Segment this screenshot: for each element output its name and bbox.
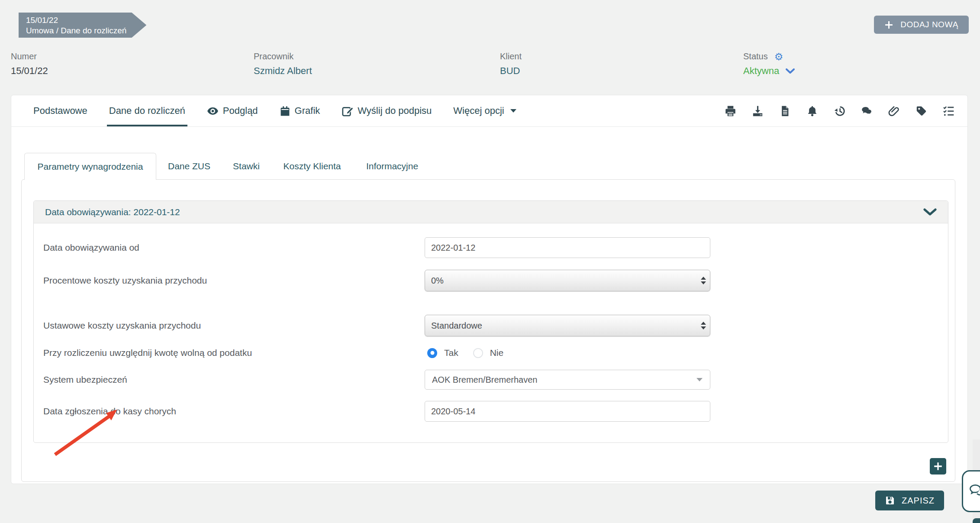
status-label-text: Status [743,52,768,61]
radio-nie-label: Nie [490,348,504,358]
download-icon[interactable] [752,105,764,117]
eye-icon [207,105,219,117]
save-icon [885,495,895,506]
calendar-icon [280,106,290,116]
pracownik-label: Pracownik [254,52,312,61]
plus-icon [884,20,893,29]
history-icon[interactable] [834,105,845,117]
tab-wyslij-do-podpisu-label: Wyślij do podpisu [358,105,432,116]
label-data-obowiazywania-od: Data obowiązywania od [43,242,139,253]
select-procentowe-koszty-value: 0% [431,276,444,286]
tab-dane-do-rozliczen-label: Dane do rozliczeń [109,105,185,116]
row-ustawowe-koszty: Ustawowe koszty uzyskania przychodu Stan… [34,315,948,336]
row-procentowe-koszty: Procentowe koszty uzyskania przychodu 0% [34,270,948,291]
subtab-informacyjne-label: Informacyjne [366,161,418,171]
document-icon[interactable] [779,105,791,117]
dropdown-system-ubezpieczen[interactable]: AOK Bremen/Bremerhaven [425,370,710,390]
field-klient: Klient BUD [500,52,522,77]
tab-dane-do-rozliczen[interactable]: Dane do rozliczeń [107,95,187,126]
save-button-label: ZAPISZ [902,496,935,506]
numer-value: 15/01/22 [11,65,48,77]
tag-icon[interactable] [916,105,927,117]
plus-icon [933,462,943,471]
klient-label: Klient [500,52,522,61]
klient-value[interactable]: BUD [500,65,522,77]
pen-square-icon [342,105,353,117]
gear-icon[interactable]: ⚙ [774,52,783,61]
row-data-zgloszenia: Data zgłoszenia do kasy chorych [34,401,948,422]
subtab-informacyjne[interactable]: Informacyjne [366,153,418,180]
add-row-button[interactable] [930,458,946,475]
tab-podstawowe-label: Podstawowe [33,105,87,116]
status-value[interactable]: Aktywna [743,65,795,77]
checklist-icon[interactable] [943,105,954,117]
subtab-stawki-label: Stawki [233,161,260,171]
main-tabbar: Podstawowe Dane do rozliczeń Podgląd Gra… [11,95,967,127]
accordion-title: Data obowiązywania: 2022-01-12 [45,207,923,217]
label-system-ubezpieczen: System ubezpieczeń [43,374,127,385]
select-ustawowe-koszty[interactable]: Standardowe [425,315,710,336]
select-spinner-icon [701,277,706,284]
icon-toolbar [725,95,954,127]
subtab-parametry-wynagrodzenia[interactable]: Parametry wynagrodzenia [24,153,156,180]
subtab-parametry-label: Parametry wynagrodzenia [38,161,143,172]
breadcrumb-number: 15/01/22 [26,16,126,25]
select-procentowe-koszty[interactable]: 0% [425,270,710,291]
pracownik-value[interactable]: Szmidz Albert [254,65,312,77]
tab-podstawowe[interactable]: Podstawowe [31,95,90,126]
save-button[interactable]: ZAPISZ [875,491,944,510]
app-page: { "breadcrumb": { "line1": "15/01/22", "… [0,0,980,523]
subtab-dane-zus-label: Dane ZUS [168,161,210,171]
tab-grafik[interactable]: Grafik [277,95,322,126]
tab-wyslij-do-podpisu[interactable]: Wyślij do podpisu [339,95,434,126]
bell-icon[interactable] [806,105,818,117]
hidden-button-edge[interactable] [973,518,980,523]
field-status: Status ⚙ Aktywna [743,52,795,77]
accordion-header[interactable]: Data obowiązywania: 2022-01-12 [34,201,948,223]
row-kwota-wolna: Przy rozliczeniu uwzględnij kwotę wolną … [34,346,948,359]
tab-wiecej-opcji-label: Więcej opcji [453,105,504,116]
radio-option-nie[interactable]: Nie [473,348,504,358]
radio-option-tak[interactable]: Tak [427,348,458,358]
tab-podglad[interactable]: Podgląd [205,95,260,126]
label-kwota-wolna: Przy rozliczeniu uwzględnij kwotę wolną … [43,348,252,358]
subtab-stawki[interactable]: Stawki [233,153,260,180]
chat-bubbles-icon [968,483,980,500]
row-data-obowiazywania-od: Data obowiązywania od [34,237,948,258]
breadcrumb-path: Umowa / Dane do rozliczeń [26,26,126,35]
accordion-panel: Data obowiązywania: 2022-01-12 Data obow… [33,200,948,443]
numer-label: Numer [11,52,48,61]
label-ustawowe-koszty: Ustawowe koszty uzyskania przychodu [43,320,201,331]
input-data-zgloszenia[interactable] [425,401,710,422]
subtab-dane-zus[interactable]: Dane ZUS [168,153,210,180]
input-data-obowiazywania-od[interactable] [425,237,710,258]
tab-grafik-label: Grafik [295,105,320,116]
add-new-label: DODAJ NOWĄ [900,20,958,29]
status-label: Status ⚙ [743,52,795,61]
select-ustawowe-koszty-value: Standardowe [431,321,482,331]
tab-content-panel: Data obowiązywania: 2022-01-12 Data obow… [21,179,955,482]
add-new-button[interactable]: DODAJ NOWĄ [874,16,969,34]
chevron-down-icon [786,68,795,74]
label-procentowe-koszty: Procentowe koszty uzyskania przychodu [43,275,207,286]
subtab-koszty-klienta[interactable]: Koszty Klienta [283,153,341,180]
breadcrumb: 15/01/22 Umowa / Dane do rozliczeń [19,13,146,38]
subtab-koszty-klienta-label: Koszty Klienta [283,161,341,171]
radio-unchecked-icon [473,348,483,358]
dropdown-caret-icon [696,378,703,381]
chat-widget-button[interactable] [962,470,980,512]
print-icon[interactable] [725,105,736,117]
radio-group-kwota-wolna: Tak Nie [425,346,710,359]
tab-podglad-label: Podgląd [223,105,258,116]
chevron-down-icon [923,208,937,216]
dropdown-system-ubezpieczen-value: AOK Bremen/Bremerhaven [432,375,537,385]
status-value-text: Aktywna [743,65,779,77]
comments-icon[interactable] [861,105,873,117]
radio-checked-icon [427,348,437,358]
field-pracownik: Pracownik Szmidz Albert [254,52,312,77]
caret-down-icon [510,109,516,113]
paperclip-icon[interactable] [888,105,900,117]
contract-card: Podstawowe Dane do rozliczeń Podgląd Gra… [11,95,968,484]
field-numer: Numer 15/01/22 [11,52,48,77]
tab-wiecej-opcji[interactable]: Więcej opcji [451,95,518,126]
